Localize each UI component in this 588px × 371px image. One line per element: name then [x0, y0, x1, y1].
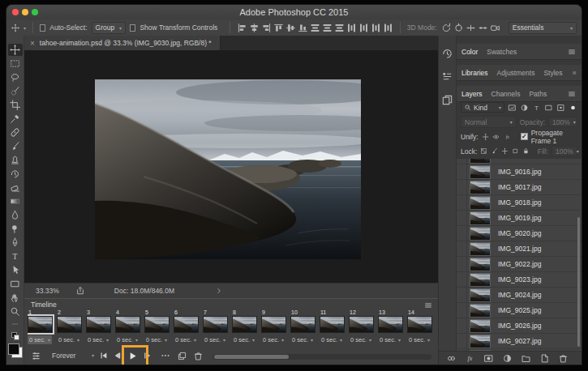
frame-duration-dropdown[interactable]: 0 sec.▾ [86, 335, 110, 344]
lock-all-icon[interactable] [522, 147, 530, 156]
frame-thumbnail[interactable] [349, 316, 374, 333]
document-tab[interactable]: × tahoe-animation.psd @ 33.3% (IMG_9030.… [24, 36, 221, 50]
healing-brush-tool[interactable] [8, 126, 23, 139]
frame-duration-dropdown[interactable]: 0 sec.▾ [378, 335, 402, 344]
filter-shape-layers-icon[interactable] [544, 103, 553, 113]
tab-styles[interactable]: Styles [543, 69, 562, 77]
dist-top-icon[interactable] [310, 23, 320, 33]
timeline-frame-7[interactable]: 7 0 sec.▾ [203, 309, 230, 347]
layer-thumbnail[interactable] [470, 304, 491, 318]
clone-source-panel-icon[interactable] [441, 94, 453, 106]
path-select-tool[interactable] [8, 264, 23, 276]
visibility-toggle[interactable] [457, 211, 467, 225]
unify-style-icon[interactable]: fx [504, 132, 511, 142]
layers-panel-menu-icon[interactable] [567, 89, 577, 99]
frame-thumbnail[interactable] [86, 316, 111, 333]
foreground-color-swatch[interactable] [8, 343, 19, 355]
tab-paths[interactable]: Paths [529, 90, 547, 98]
frame-duration-dropdown[interactable]: 0 sec.▾ [203, 335, 227, 344]
color-panel-menu-icon[interactable] [567, 47, 577, 57]
layer-thumbnail[interactable] [470, 211, 491, 225]
duplicate-frame-button[interactable] [177, 351, 187, 361]
rectangle-tool[interactable] [8, 278, 23, 290]
new-group-icon[interactable] [521, 353, 531, 364]
tab-adjustments[interactable]: Adjustments [497, 69, 535, 77]
history-panel-icon[interactable] [441, 47, 453, 59]
visibility-toggle[interactable] [457, 257, 467, 271]
type-tool[interactable]: T [8, 250, 23, 262]
3d-orbit-icon[interactable] [441, 23, 452, 33]
frame-duration-dropdown[interactable]: 0 sec.▾ [232, 335, 256, 344]
visibility-toggle[interactable] [457, 164, 467, 179]
timeline-frame-4[interactable]: 4 0 sec.▾ [115, 309, 142, 347]
filter-adjustment-layers-icon[interactable] [520, 103, 529, 113]
visibility-toggle[interactable] [457, 159, 467, 164]
timeline-frame-14[interactable]: 14 0 sec.▾ [407, 309, 434, 347]
frame-duration-dropdown[interactable]: 0 sec.▾ [320, 335, 344, 344]
frame-duration-dropdown[interactable]: 0 sec.▾ [261, 335, 285, 344]
frame-duration-dropdown[interactable]: 0 sec.▾ [174, 335, 198, 344]
unify-position-icon[interactable] [482, 132, 489, 142]
frame-thumbnail[interactable] [115, 316, 140, 333]
frame-thumbnail[interactable] [232, 316, 257, 333]
libraries-panel-menu-icon[interactable] [572, 68, 577, 78]
status-expand-icon[interactable] [215, 287, 223, 295]
dodge-tool[interactable] [8, 223, 23, 235]
visibility-toggle[interactable] [457, 180, 467, 194]
3d-slide-icon[interactable] [478, 23, 488, 33]
timeline-frame-8[interactable]: 8 0 sec.▾ [232, 309, 259, 347]
auto-select-target-dropdown[interactable]: Group▾ [92, 22, 126, 34]
timeline-frame-6[interactable]: 6 0 sec.▾ [174, 309, 200, 347]
previous-frame-button[interactable] [112, 351, 122, 360]
history-brush-tool[interactable] [8, 168, 23, 180]
visibility-toggle[interactable] [457, 303, 467, 318]
dist-right-icon[interactable] [371, 23, 381, 33]
layer-row-img_9020-jpg[interactable]: IMG_9020.jpg [457, 226, 582, 241]
default-colors-icon[interactable] [11, 332, 19, 340]
blur-tool[interactable] [8, 209, 23, 221]
visibility-toggle[interactable] [457, 334, 467, 348]
tool-preset-caret-icon[interactable]: ▾ [24, 25, 26, 31]
tab-swatches[interactable]: Swatches [487, 48, 517, 56]
timeline-frame-2[interactable]: 2 0 sec.▾ [57, 309, 84, 347]
frame-thumbnail[interactable] [290, 316, 315, 333]
new-layer-icon[interactable] [539, 353, 550, 364]
frame-thumbnail[interactable] [203, 316, 228, 333]
auto-select-checkbox[interactable] [40, 24, 45, 32]
frame-thumbnail[interactable] [144, 316, 170, 333]
layer-row-img_9022-jpg[interactable]: IMG_9022.jpg [457, 257, 582, 272]
frame-thumbnail[interactable] [57, 316, 82, 333]
3d-pan-icon[interactable] [466, 23, 476, 33]
layer-thumbnail[interactable] [470, 165, 491, 179]
show-transform-checkbox[interactable] [130, 24, 135, 32]
lock-artboard-icon[interactable] [512, 147, 519, 156]
filter-toggle-icon[interactable] [569, 103, 577, 113]
export-icon[interactable] [75, 286, 85, 296]
move-tool-options-icon[interactable] [11, 23, 19, 33]
zoom-level-field[interactable]: 33.33% [36, 287, 67, 295]
visibility-toggle[interactable] [457, 195, 467, 210]
link-layers-icon[interactable] [446, 353, 457, 364]
tab-channels[interactable]: Channels [491, 90, 521, 98]
dist-center-icon[interactable] [358, 23, 369, 33]
layer-thumbnail[interactable] [470, 159, 491, 164]
convert-to-video-timeline-icon[interactable] [31, 351, 41, 361]
lock-transparency-icon[interactable] [480, 147, 487, 156]
align-top-icon[interactable] [273, 23, 284, 33]
visibility-toggle[interactable] [457, 272, 467, 287]
align-center-h-icon[interactable] [249, 23, 260, 33]
frame-thumbnail[interactable] [407, 316, 432, 333]
zoom-tool[interactable] [8, 305, 23, 318]
move-tool[interactable] [8, 44, 23, 56]
frame-duration-dropdown[interactable]: 0 sec.▾ [349, 335, 373, 344]
add-layer-mask-icon[interactable] [483, 353, 494, 364]
title-bar[interactable]: Adobe Photoshop CC 2015 [6, 5, 582, 20]
frame-thumbnail[interactable] [261, 316, 286, 333]
lasso-tool[interactable] [8, 71, 23, 83]
frame-duration-dropdown[interactable]: 0 sec.▾ [115, 335, 139, 344]
timeline-frame-9[interactable]: 9 0 sec.▾ [261, 309, 288, 347]
frame-duration-dropdown[interactable]: 0 sec.▾ [407, 335, 431, 344]
align-middle-icon[interactable] [285, 23, 296, 33]
layer-style-icon[interactable]: fx [465, 353, 475, 364]
layer-thumbnail[interactable] [470, 181, 491, 194]
